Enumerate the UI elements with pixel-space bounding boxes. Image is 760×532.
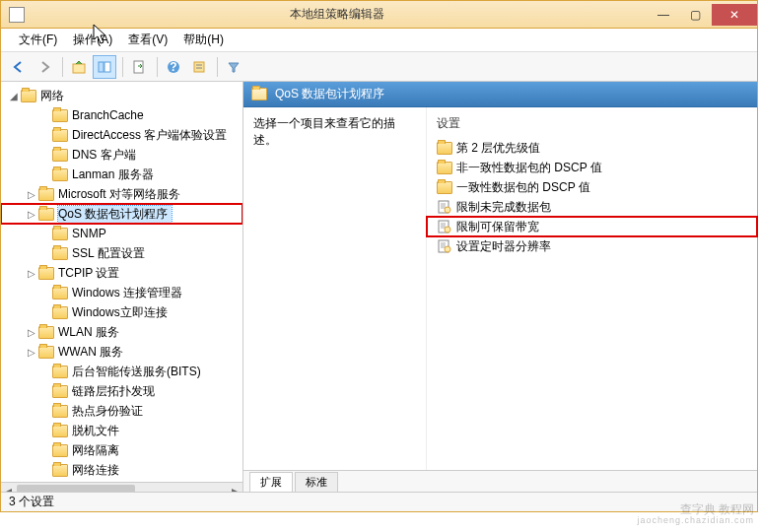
content-title: QoS 数据包计划程序 <box>275 86 384 102</box>
tree-item[interactable]: DirectAccess 客户端体验设置 <box>1 125 242 145</box>
setting-policy[interactable]: 限制未完成数据包 <box>427 197 757 217</box>
tree-label: 网络连接 <box>72 462 123 479</box>
tree-item[interactable]: 热点身份验证 <box>1 401 242 421</box>
title-bar: 本地组策略编辑器 — ▢ ✕ <box>1 1 757 29</box>
svg-point-13 <box>445 207 450 213</box>
setting-policy[interactable]: 限制可保留带宽 <box>427 217 757 236</box>
menu-view[interactable]: 查看(V) <box>120 30 175 50</box>
tree-label: Windows立即连接 <box>72 304 172 321</box>
tree-label: 热点身份验证 <box>72 403 147 420</box>
tree-item[interactable]: SNMP <box>1 224 242 243</box>
expand-icon[interactable]: ▷ <box>25 209 38 220</box>
svg-rect-1 <box>99 62 104 72</box>
folder-icon <box>52 425 68 437</box>
folder-icon <box>437 162 452 174</box>
export-button[interactable] <box>127 55 151 79</box>
expand-icon[interactable]: ▷ <box>25 347 38 358</box>
policy-icon <box>437 219 452 234</box>
menu-action[interactable]: 操作(A) <box>65 30 120 50</box>
tree-item[interactable]: 网络连接 <box>1 460 242 480</box>
back-button[interactable] <box>7 55 31 79</box>
tree-item[interactable]: DNS 客户端 <box>1 145 242 165</box>
separator <box>157 57 158 77</box>
tree-item[interactable]: 链路层拓扑发现 <box>1 381 242 401</box>
setting-folder[interactable]: 非一致性数据包的 DSCP 值 <box>427 158 757 177</box>
tree-item[interactable]: ▷TCPIP 设置 <box>1 263 242 283</box>
toolbar: ? <box>1 52 757 82</box>
tree-item[interactable]: Lanman 服务器 <box>1 165 242 184</box>
scroll-right-arrow[interactable]: ▸ <box>227 483 242 492</box>
tree-item[interactable]: BranchCache <box>1 105 242 125</box>
tree-label: SSL 配置设置 <box>72 245 149 262</box>
expand-icon[interactable]: ▷ <box>25 189 38 200</box>
setting-folder[interactable]: 一致性数据包的 DSCP 值 <box>427 177 757 197</box>
scroll-thumb[interactable] <box>17 485 135 492</box>
details-pane: QoS 数据包计划程序 选择一个项目来查看它的描述。 设置 第 2 层优先级值非… <box>243 82 757 492</box>
folder-icon <box>52 444 68 457</box>
tree-label: QoS 数据包计划程序 <box>58 206 172 223</box>
collapse-icon[interactable]: ◢ <box>7 91 21 101</box>
menu-help[interactable]: 帮助(H) <box>175 30 232 50</box>
policy-icon <box>437 238 452 254</box>
setting-folder[interactable]: 第 2 层优先级值 <box>427 138 757 158</box>
tree-item[interactable]: ▷WLAN 服务 <box>1 322 242 342</box>
setting-label: 第 2 层优先级值 <box>456 140 540 157</box>
scroll-left-arrow[interactable]: ◂ <box>1 483 17 492</box>
close-button[interactable]: ✕ <box>712 4 757 26</box>
tree-label: 脱机文件 <box>72 423 123 439</box>
tree-label: DirectAccess 客户端体验设置 <box>72 127 231 144</box>
svg-point-18 <box>445 227 450 233</box>
filter-button[interactable] <box>222 55 245 79</box>
tree-item[interactable]: Windows立即连接 <box>1 302 242 322</box>
tree-root[interactable]: ◢ 网络 <box>1 86 242 105</box>
tree-item[interactable]: SSL 配置设置 <box>1 243 242 263</box>
svg-rect-6 <box>194 62 204 72</box>
menu-bar: 文件(F) 操作(A) 查看(V) 帮助(H) <box>1 29 757 52</box>
status-bar: 3 个设置 <box>1 492 757 511</box>
tree-label: 网络隔离 <box>72 442 123 459</box>
folder-icon <box>38 267 54 280</box>
tree-item[interactable]: ▷Microsoft 对等网络服务 <box>1 184 242 204</box>
tree-item[interactable]: ▷WWAN 服务 <box>1 342 242 362</box>
minimize-button[interactable]: — <box>649 4 678 26</box>
tree-item[interactable]: ▷QoS 数据包计划程序 <box>1 204 242 224</box>
properties-button[interactable] <box>187 55 211 79</box>
svg-rect-0 <box>73 64 85 73</box>
setting-label: 非一致性数据包的 DSCP 值 <box>456 160 602 176</box>
setting-label: 限制未完成数据包 <box>456 199 551 216</box>
app-icon <box>9 7 25 23</box>
tree-label: BranchCache <box>72 108 148 122</box>
folder-icon <box>52 247 68 260</box>
horizontal-scrollbar[interactable]: ◂ ▸ <box>1 482 242 492</box>
menu-file[interactable]: 文件(F) <box>11 30 65 50</box>
tree-item[interactable]: 网络隔离 <box>1 440 242 460</box>
tree-label: Microsoft 对等网络服务 <box>58 186 184 203</box>
folder-icon <box>52 287 68 299</box>
folder-icon <box>38 326 54 339</box>
tab-extended[interactable]: 扩展 <box>249 472 293 492</box>
maximize-button[interactable]: ▢ <box>680 4 710 26</box>
svg-point-23 <box>445 246 450 252</box>
window-title: 本地组策略编辑器 <box>25 6 649 23</box>
folder-icon <box>52 228 68 240</box>
status-text: 3 个设置 <box>9 494 54 510</box>
folder-icon <box>437 142 452 155</box>
setting-policy[interactable]: 设置定时器分辨率 <box>427 236 757 256</box>
tree-label: SNMP <box>72 227 110 240</box>
svg-text:?: ? <box>170 60 176 74</box>
up-button[interactable] <box>67 55 91 79</box>
tree-item[interactable]: Windows 连接管理器 <box>1 283 242 302</box>
tab-standard[interactable]: 标准 <box>295 472 338 492</box>
forward-button[interactable] <box>33 55 56 79</box>
expand-icon[interactable]: ▷ <box>25 268 38 279</box>
expand-icon[interactable]: ▷ <box>25 327 38 338</box>
tree-label: Lanman 服务器 <box>72 166 158 183</box>
show-hide-tree-button[interactable] <box>93 55 116 79</box>
help-button[interactable]: ? <box>162 55 185 79</box>
folder-icon <box>52 464 68 477</box>
tree-pane[interactable]: ◢ 网络 BranchCacheDirectAccess 客户端体验设置DNS … <box>1 82 243 492</box>
tree-item[interactable]: 脱机文件 <box>1 421 242 440</box>
tree-item[interactable]: 后台智能传送服务(BITS) <box>1 362 242 381</box>
setting-label: 设置定时器分辨率 <box>456 238 551 255</box>
separator <box>62 57 63 77</box>
